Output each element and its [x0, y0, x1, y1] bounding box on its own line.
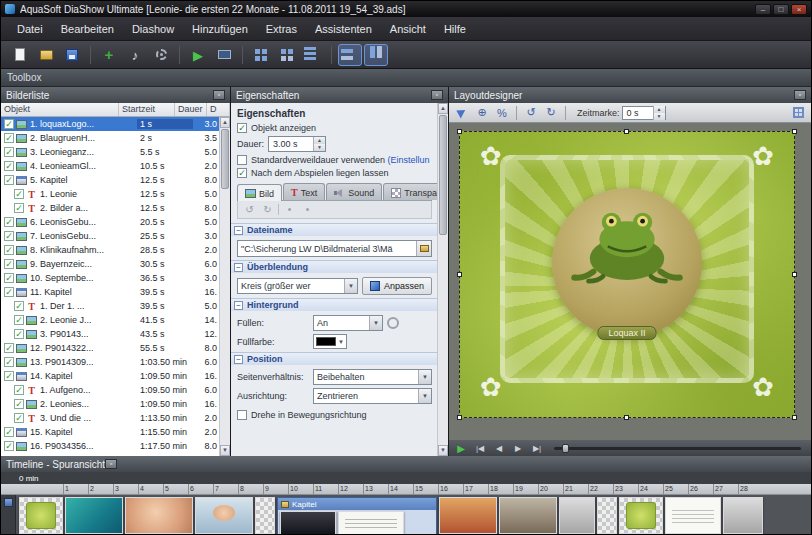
bilderliste-scrollbar[interactable]: ▲ ▼ — [219, 117, 230, 456]
eigenschaften-scrollbar[interactable]: ▲ ▼ — [437, 103, 448, 456]
list-item[interactable]: ✓16. P9034356...1:17.50 min8.0 — [1, 439, 219, 453]
timeline-thumbnail[interactable] — [195, 497, 253, 534]
track-icon[interactable] — [4, 498, 13, 507]
spin-up-icon[interactable]: ▲ — [654, 106, 665, 113]
dauer-stepper[interactable]: 3.00 s ▲▼ — [268, 136, 326, 152]
view-timeline-button[interactable] — [338, 44, 362, 66]
objekt-anzeigen-checkbox[interactable]: ✓ — [237, 123, 247, 133]
row-checkbox[interactable]: ✓ — [4, 133, 14, 143]
timeline-track[interactable]: Kapitel — [1, 495, 811, 535]
timeline-thumbnail[interactable] — [559, 497, 595, 534]
scrollbar-thumb[interactable] — [439, 115, 447, 235]
select-tool-icon[interactable] — [453, 105, 471, 121]
timeline-thumbnail[interactable] — [338, 511, 404, 535]
timeline-ruler-marks[interactable]: 1234567891011121314151617181920212223242… — [1, 484, 811, 495]
grid3-button[interactable] — [301, 44, 325, 66]
column-startzeit[interactable]: Startzeit — [119, 103, 175, 116]
resize-handle-s[interactable] — [624, 415, 629, 420]
list-item[interactable]: ✓7. LeonisGebu...25.5 s3.0 — [1, 229, 219, 243]
collapse-icon[interactable]: − — [234, 301, 243, 310]
row-checkbox[interactable]: ✓ — [4, 371, 14, 381]
row-checkbox[interactable]: ✓ — [4, 287, 14, 297]
section-position[interactable]: − Position — [231, 352, 437, 365]
rotate-right-icon[interactable]: ↻ — [542, 105, 560, 121]
resize-handle-ne[interactable] — [792, 129, 797, 134]
scroll-down-icon[interactable]: ▼ — [220, 445, 230, 456]
redo-icon[interactable]: ↻ — [260, 203, 275, 216]
timeline-thumbnail[interactable] — [619, 497, 663, 534]
list-item[interactable]: ✓11. Kapitel39.5 s16. — [1, 285, 219, 299]
drehe-checkbox[interactable] — [237, 410, 247, 420]
grid2-button[interactable] — [275, 44, 299, 66]
resize-handle-n[interactable] — [624, 129, 629, 134]
row-checkbox[interactable]: ✓ — [4, 245, 14, 255]
resize-handle-se[interactable] — [792, 415, 797, 420]
spin-down-icon[interactable]: ▼ — [654, 113, 665, 120]
pin-icon[interactable]: • — [282, 203, 297, 216]
row-checkbox[interactable]: ✓ — [14, 203, 24, 213]
menu-diashow[interactable]: Diashow — [124, 20, 182, 38]
timeline-thumbnail[interactable] — [19, 497, 63, 534]
menu-hinzufügen[interactable]: Hinzufügen — [184, 20, 256, 38]
list-item[interactable]: ✓2. BlaugruenH...2 s3.5 — [1, 131, 219, 145]
pin2-icon[interactable]: • — [300, 203, 315, 216]
seitenverhaeltnis-select[interactable]: Beibehalten ▼ — [313, 369, 432, 385]
play-button[interactable] — [186, 44, 210, 66]
chevron-down-icon[interactable]: ▼ — [338, 339, 346, 345]
list-item[interactable]: ✓1. loquaxLogo...1 s3.0 — [1, 117, 219, 131]
maximize-button[interactable]: □ — [773, 4, 789, 15]
row-checkbox[interactable]: ✓ — [4, 217, 14, 227]
row-checkbox[interactable]: ✓ — [4, 441, 14, 451]
chevron-down-icon[interactable]: ▼ — [418, 370, 431, 384]
resize-handle-sw[interactable] — [457, 415, 462, 420]
chevron-down-icon[interactable]: ▼ — [369, 316, 382, 330]
resize-handle-e[interactable] — [792, 272, 797, 277]
row-checkbox[interactable]: ✓ — [14, 329, 24, 339]
row-checkbox[interactable]: ✓ — [14, 315, 24, 325]
browse-button[interactable] — [416, 241, 431, 256]
timeline-thumbnail[interactable] — [499, 497, 557, 534]
music-button[interactable] — [123, 44, 147, 66]
chevron-down-icon[interactable]: ▼ — [418, 389, 431, 403]
list-item[interactable]: ✓T2. Bilder a...12.5 s8.0 — [1, 201, 219, 215]
timeline-thumbnail[interactable] — [65, 497, 123, 534]
scroll-down-icon[interactable]: ▼ — [438, 445, 448, 456]
row-checkbox[interactable]: ✓ — [4, 161, 14, 171]
scroll-up-icon[interactable]: ▲ — [438, 103, 448, 114]
scrollbar-thumb[interactable] — [221, 129, 229, 189]
row-checkbox[interactable]: ✓ — [14, 399, 24, 409]
collapse-icon[interactable]: − — [234, 263, 243, 272]
timeline-thumbnail[interactable] — [665, 497, 721, 534]
list-item[interactable]: ✓T1. Der 1. ...39.5 s5.0 — [1, 299, 219, 313]
timeline-kapitel-group[interactable]: Kapitel — [277, 497, 437, 535]
spin-up-icon[interactable]: ▲ — [314, 137, 325, 144]
standardverweildauer-checkbox[interactable] — [237, 155, 247, 165]
play-button[interactable]: ▶ — [453, 443, 469, 454]
row-checkbox[interactable]: ✓ — [4, 427, 14, 437]
bilderliste-minimize-button[interactable]: ▫ — [213, 90, 225, 100]
grid-button[interactable] — [249, 44, 273, 66]
timeline-thumbnail[interactable] — [597, 497, 617, 534]
open-button[interactable] — [34, 44, 58, 66]
list-item[interactable]: ✓3. P90143...43.5 s12. — [1, 327, 219, 341]
chevron-down-icon[interactable]: ▼ — [344, 279, 357, 293]
row-checkbox[interactable]: ✓ — [14, 385, 24, 395]
einstellungen-link[interactable]: (Einstellun — [388, 155, 430, 165]
list-item[interactable]: ✓9. Bayernzeic...30.5 s6.0 — [1, 257, 219, 271]
row-checkbox[interactable]: ✓ — [4, 231, 14, 241]
collapse-icon[interactable]: − — [234, 226, 243, 235]
section-dateiname[interactable]: − Dateiname — [231, 223, 437, 236]
row-checkbox[interactable]: ✓ — [4, 175, 14, 185]
save-button[interactable] — [60, 44, 84, 66]
undo-icon[interactable]: ↺ — [242, 203, 257, 216]
list-item[interactable]: ✓3. Leonieganz...5.5 s5.0 — [1, 145, 219, 159]
menu-bearbeiten[interactable]: Bearbeiten — [53, 20, 122, 38]
menu-ansicht[interactable]: Ansicht — [382, 20, 434, 38]
selected-image-object[interactable]: ✿ ✿ ✿ ✿ — [459, 131, 795, 418]
zoom-tool-icon[interactable]: ⊕ — [473, 105, 491, 121]
grid-toggle-icon[interactable] — [789, 105, 807, 121]
row-checkbox[interactable]: ✓ — [4, 357, 14, 367]
list-item[interactable]: ✓14. Kapitel1:09.50 min16. — [1, 369, 219, 383]
list-item[interactable]: ✓2. Leonie J...41.5 s14. — [1, 313, 219, 327]
dateiname-input[interactable]: "C:\Sicherung LW D\Bildmaterial 3\Mä — [237, 240, 432, 257]
